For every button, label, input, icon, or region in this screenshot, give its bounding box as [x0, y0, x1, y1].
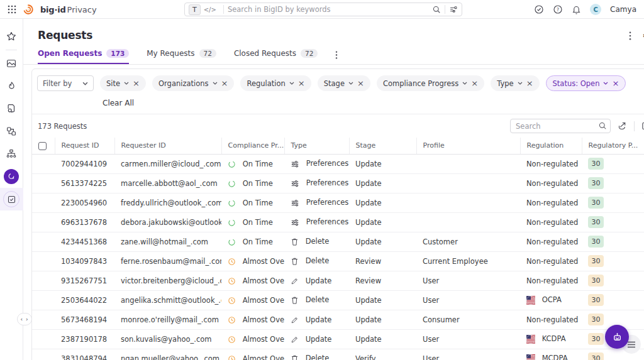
assistant-fab-button[interactable] — [605, 325, 629, 349]
filter-chip-status-open[interactable]: Status: Open× — [546, 75, 626, 91]
compliance-label: Almost Overdue — [243, 276, 284, 285]
help-icon[interactable]: ? — [553, 4, 563, 14]
table-row[interactable]: 2387190178 son.kuvalis@yahoo_.com Almost… — [32, 329, 644, 349]
row-select-cell — [32, 193, 55, 212]
type-label: Update — [306, 276, 332, 285]
close-icon[interactable]: × — [133, 79, 140, 87]
profile-cell: User — [416, 290, 520, 310]
sidebar-item-sitemap[interactable] — [0, 143, 23, 165]
user-name[interactable]: Camya — [610, 5, 636, 14]
filter-chip-compliance-progress[interactable]: Compliance Progress× — [377, 75, 484, 91]
filter-chip-stage[interactable]: Stage× — [318, 75, 370, 91]
type-label: Delete — [306, 237, 330, 246]
overdue-clock-icon — [228, 297, 236, 305]
request-id-cell: 2503644022 — [55, 290, 114, 310]
column-header-stage[interactable]: Stage — [349, 138, 416, 154]
request-id-cell: 2230054960 — [55, 193, 114, 212]
sidebar-item-favorites[interactable] — [0, 25, 23, 48]
type-cell: Preferences — [284, 154, 349, 173]
columns-icon[interactable] — [641, 121, 644, 131]
days-pill: 30 — [588, 236, 604, 248]
column-header-compliance[interactable]: Compliance Pr... — [221, 138, 284, 154]
sidebar-item-dashboard[interactable] — [0, 52, 23, 75]
requester-id-cell: zane.will@hotmail_.com — [114, 232, 221, 251]
notifications-bell-icon[interactable] — [572, 4, 581, 14]
table-body: 7002944109 carmen.miller@icloud_.com On … — [32, 154, 644, 360]
clear-all-button[interactable]: Clear All — [103, 99, 134, 107]
select-all-checkbox[interactable] — [38, 142, 47, 150]
column-header-type[interactable]: Type — [284, 138, 349, 154]
table-row[interactable]: 2503644022 angelika.schmitt@outlook_.com… — [32, 290, 644, 310]
requester-id-cell: monroe.o'reilly@mail_.com — [114, 310, 221, 329]
close-icon[interactable]: × — [298, 79, 305, 87]
tab-my-requests[interactable]: My Requests 72 — [147, 49, 216, 64]
tabs-kebab-menu[interactable] — [335, 51, 338, 64]
filter-chip-site[interactable]: Site× — [100, 75, 146, 91]
chevron-down-icon — [462, 82, 467, 85]
close-icon[interactable]: × — [357, 79, 364, 87]
tab-closed-requests[interactable]: Closed Requests 72 — [234, 49, 318, 64]
filter-chip-type[interactable]: Type× — [491, 75, 539, 91]
app-title: big·idPrivacy — [40, 3, 97, 15]
type-cell: Update — [284, 310, 349, 329]
main-content: Requests ⚙ Open Requests 173 My Requests… — [23, 19, 644, 360]
table-row[interactable]: 6963137678 debora.jakubowski@outlook_.co… — [32, 212, 644, 232]
table-row[interactable]: 2230054960 freddy.ullrich@outlook_.com O… — [32, 193, 644, 212]
regulatory-days-cell: 30 — [582, 154, 644, 173]
apps-grid-icon[interactable] — [8, 5, 16, 14]
sidebar-item-privacy[interactable] — [0, 165, 23, 188]
query-search-toggle[interactable]: </> — [201, 6, 219, 14]
tasks-icon[interactable] — [534, 4, 544, 14]
requester-id-cell: carmen.miller@icloud_.com — [114, 154, 221, 173]
table-row[interactable]: 5673468194 monroe.o'reilly@mail_.com Alm… — [32, 310, 644, 329]
table-row[interactable]: 3831048794 ngan.mueller@yahoo_.com Almos… — [32, 349, 644, 360]
table-row[interactable]: 5613374225 marcelle.abbott@aol_.com On T… — [32, 173, 644, 193]
svg-text:?: ? — [557, 7, 559, 13]
compliance-label: Almost Overdue — [243, 315, 284, 324]
sidebar-item-cluster[interactable] — [0, 120, 23, 143]
logo-text: big·id — [40, 5, 66, 14]
sitemap-icon — [6, 148, 17, 160]
filter-chip-regulation[interactable]: Regulation× — [240, 75, 311, 91]
close-icon[interactable]: × — [221, 79, 228, 87]
column-header-regulatory[interactable]: Regulatory P... — [582, 138, 644, 154]
filter-chip-organizations[interactable]: Organizations× — [152, 75, 234, 91]
image-icon — [6, 58, 17, 69]
search-icon[interactable] — [432, 5, 441, 14]
text-search-toggle[interactable]: T — [189, 4, 201, 15]
global-search-input[interactable] — [228, 5, 432, 14]
sidebar-item-catalog[interactable] — [0, 97, 23, 120]
days-pill: 30 — [588, 177, 604, 189]
sidebar-collapse-button[interactable]: ‹ › — [17, 313, 32, 325]
sidebar-item-activity[interactable] — [0, 75, 23, 97]
table-search-input[interactable] — [510, 119, 611, 133]
regulatory-days-cell: 30 — [582, 173, 644, 193]
on-time-icon — [228, 219, 236, 227]
sidebar-item-requests[interactable] — [0, 188, 23, 210]
compliance-label: Almost Overdue — [243, 335, 284, 344]
close-icon[interactable]: × — [612, 79, 619, 87]
column-header-regulation[interactable]: Regulation — [520, 138, 582, 154]
type-label: Update — [306, 315, 332, 324]
table-row[interactable]: 4234451368 zane.will@hotmail_.com On Tim… — [32, 232, 644, 251]
sliders-icon — [291, 179, 299, 188]
table-row[interactable]: 1034097843 ferne.rosenbaum@mail_.com Alm… — [32, 251, 644, 271]
close-icon[interactable]: × — [471, 79, 478, 87]
column-header-request-id[interactable]: Request ID — [55, 138, 114, 154]
column-header-profile[interactable]: Profile — [416, 138, 520, 154]
advanced-search-icon[interactable] — [449, 5, 458, 14]
tab-open-requests[interactable]: Open Requests 173 — [38, 49, 129, 64]
filter-by-dropdown[interactable]: Filter by — [37, 75, 94, 91]
table-toolbar: 173 Requests — [32, 114, 644, 138]
close-icon[interactable]: × — [526, 79, 533, 87]
table-row[interactable]: 7002944109 carmen.miller@icloud_.com On … — [32, 154, 644, 173]
avatar[interactable]: C — [590, 4, 601, 15]
export-icon[interactable] — [617, 121, 628, 131]
document-search-icon — [6, 103, 17, 114]
page-kebab-menu[interactable] — [629, 31, 631, 40]
compliance-cell: Almost Overdue — [221, 251, 284, 271]
column-header-requester-id[interactable]: Requester ID — [114, 138, 221, 154]
sliders-icon — [291, 160, 299, 168]
type-label: Preferences — [306, 178, 349, 187]
table-row[interactable]: 9315267751 victor.breitenberg@icloud_.co… — [32, 271, 644, 290]
